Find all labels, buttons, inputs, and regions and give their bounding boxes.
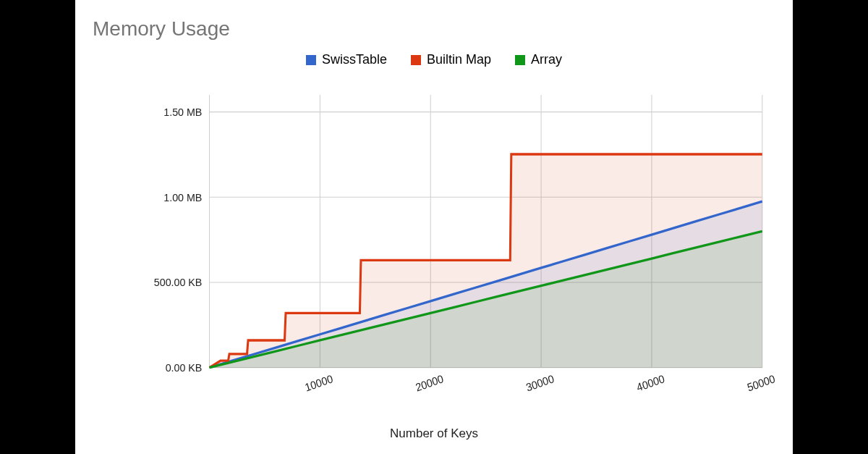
- chart-svg: 0.00 KB500.00 KB1.00 MB1.50 MB 100002000…: [150, 87, 770, 408]
- svg-text:500.00 KB: 500.00 KB: [154, 277, 203, 289]
- right-margin-bar: [793, 0, 868, 454]
- legend: SwissTable Builtin Map Array: [75, 52, 793, 69]
- svg-text:10000: 10000: [304, 373, 334, 394]
- legend-item-array: Array: [515, 52, 562, 67]
- legend-swatch-swisstable: [306, 55, 316, 65]
- x-axis-label: Number of Keys: [75, 426, 793, 441]
- legend-label-builtinmap: Builtin Map: [427, 52, 491, 67]
- svg-text:50000: 50000: [746, 373, 776, 394]
- chart-content: Memory Usage SwissTable Builtin Map Arra…: [75, 0, 793, 454]
- svg-text:30000: 30000: [524, 373, 555, 394]
- left-margin-bar: [0, 0, 75, 454]
- y-axis: 0.00 KB500.00 KB1.00 MB1.50 MB: [154, 106, 203, 374]
- svg-text:1.00 MB: 1.00 MB: [163, 191, 202, 203]
- legend-label-swisstable: SwissTable: [322, 52, 387, 67]
- svg-text:20000: 20000: [414, 373, 445, 394]
- legend-item-builtinmap: Builtin Map: [411, 52, 491, 67]
- x-axis: 1000020000300004000050000: [304, 373, 777, 394]
- svg-text:0.00 KB: 0.00 KB: [166, 362, 203, 374]
- plot-area: 0.00 KB500.00 KB1.00 MB1.50 MB 100002000…: [150, 87, 770, 408]
- legend-swatch-builtinmap: [411, 55, 421, 65]
- svg-text:40000: 40000: [635, 373, 665, 394]
- legend-item-swisstable: SwissTable: [306, 52, 387, 67]
- legend-label-array: Array: [531, 52, 562, 67]
- frame: Memory Usage SwissTable Builtin Map Arra…: [0, 0, 868, 454]
- svg-text:1.50 MB: 1.50 MB: [163, 106, 202, 119]
- legend-swatch-array: [515, 55, 525, 65]
- chart-title: Memory Usage: [93, 17, 230, 41]
